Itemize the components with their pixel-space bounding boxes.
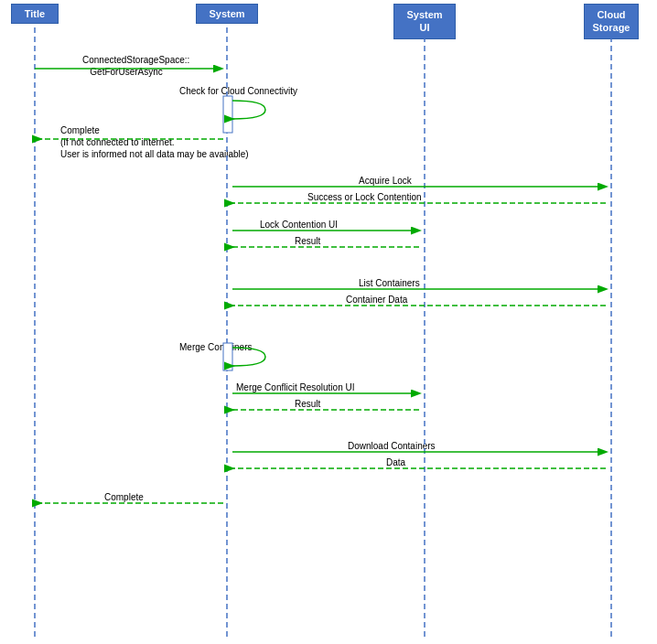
arrow-label-11: Merge Conflicit Resolution UI bbox=[236, 382, 355, 392]
arrow-label-12: Result bbox=[295, 399, 320, 409]
lifeline-title: Title bbox=[11, 4, 59, 24]
arrow-label-5: Success or Lock Contention bbox=[307, 192, 422, 202]
lifeline-system: System bbox=[196, 4, 258, 24]
arrow-label-1: ConnectedStorageSpace:: GetForUserAsync bbox=[82, 54, 189, 78]
arrow-label-13: Download Containers bbox=[348, 441, 436, 451]
arrow-label-14: Data bbox=[386, 457, 405, 467]
arrow-label-7: Result bbox=[295, 236, 320, 246]
arrow-label-15: Complete bbox=[104, 492, 144, 502]
arrow-label-3: Complete(If not connected to internet.Us… bbox=[60, 124, 249, 160]
arrow-label-10: Merge Containers bbox=[179, 342, 252, 352]
sequence-diagram: Title System SystemUI CloudStorage Conne… bbox=[0, 0, 657, 644]
lifeline-systemui: SystemUI bbox=[393, 4, 456, 39]
arrow-label-4: Acquire Lock bbox=[359, 176, 412, 186]
arrow-label-8: List Containers bbox=[359, 278, 420, 288]
arrow-label-9: Container Data bbox=[346, 295, 407, 305]
lifeline-cloudstorage: CloudStorage bbox=[584, 4, 639, 39]
arrow-label-6: Lock Contention UI bbox=[260, 220, 338, 230]
arrow-label-2: Check for Cloud Connectivity bbox=[179, 86, 297, 96]
arrows-svg bbox=[0, 0, 657, 644]
